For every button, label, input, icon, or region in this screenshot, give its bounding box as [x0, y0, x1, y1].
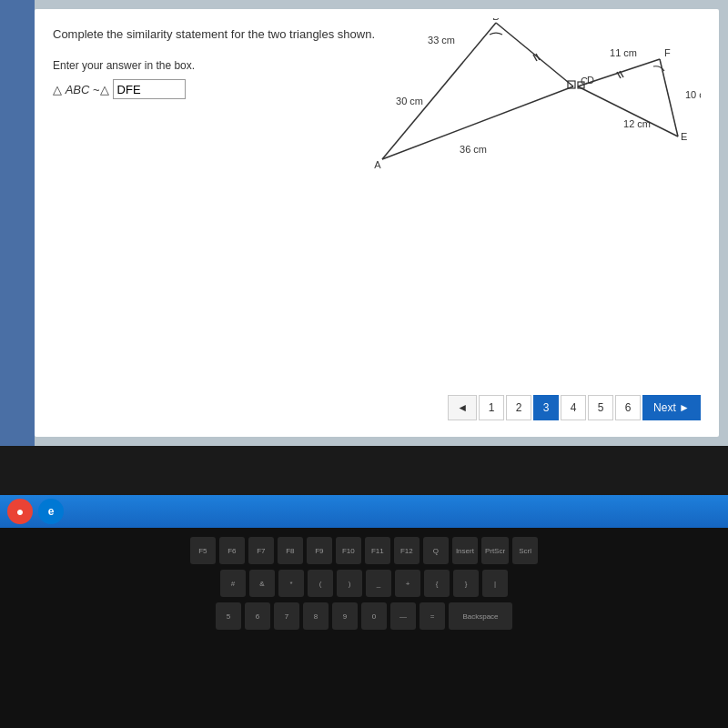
key-open-paren[interactable]: (	[308, 570, 333, 597]
key-8[interactable]: 8	[303, 602, 329, 630]
svg-text:F: F	[664, 47, 671, 58]
svg-line-10	[660, 59, 678, 136]
svg-text:11 cm: 11 cm	[610, 47, 637, 58]
key-6[interactable]: 6	[245, 602, 270, 630]
key-f7[interactable]: F7	[248, 537, 274, 564]
svg-text:D: D	[587, 75, 594, 86]
key-f5[interactable]: F5	[190, 537, 216, 564]
taskbar: ● e	[0, 495, 728, 528]
keyboard-row-3: 5 6 7 8 9 0 — = Backspace	[9, 602, 719, 630]
key-equals[interactable]: =	[420, 602, 445, 630]
key-prtscr[interactable]: PrtScr	[481, 537, 509, 564]
page-3-button[interactable]: 3	[533, 395, 559, 420]
key-plus[interactable]: +	[395, 570, 420, 597]
svg-text:36 cm: 36 cm	[460, 144, 487, 155]
key-7[interactable]: 7	[274, 602, 299, 630]
page-1-button[interactable]: 1	[479, 395, 504, 420]
page-2-button[interactable]: 2	[506, 395, 531, 420]
svg-line-1	[496, 23, 573, 86]
edge-icon[interactable]: e	[38, 499, 64, 524]
keyboard-row-1: F5 F6 F7 F8 F9 F10 F11 F12 Q Insert PrtS…	[9, 537, 719, 564]
key-5[interactable]: 5	[216, 602, 241, 630]
key-pipe[interactable]: |	[482, 570, 508, 597]
page-6-button[interactable]: 6	[615, 395, 641, 420]
prev-page-button[interactable]: ◄	[448, 395, 477, 420]
key-f9[interactable]: F9	[307, 537, 332, 564]
key-f6[interactable]: F6	[219, 537, 245, 564]
key-dash[interactable]: —	[390, 602, 416, 630]
key-f10[interactable]: F10	[336, 537, 361, 564]
pagination: ◄ 1 2 3 4 5 6 Next ►	[448, 395, 701, 420]
key-close-paren[interactable]: )	[337, 570, 362, 597]
left-accent-strip	[0, 0, 35, 446]
diagram-container: B A C 33 cm 30 cm 36 cm D F E 11 cm	[355, 18, 701, 182]
key-0[interactable]: 0	[361, 602, 387, 630]
key-close-brace[interactable]: }	[453, 570, 479, 597]
key-f12[interactable]: F12	[394, 537, 420, 564]
key-insert[interactable]: Insert	[452, 537, 478, 564]
svg-text:12 cm: 12 cm	[623, 118, 651, 129]
key-backspace[interactable]: Backspace	[449, 602, 512, 630]
svg-text:10 cm: 10 cm	[685, 89, 701, 100]
key-9[interactable]: 9	[332, 602, 358, 630]
svg-text:B: B	[492, 18, 499, 22]
triangle-prefix: △ ABC ~△	[53, 83, 109, 96]
content-card: Complete the similarity statement for th…	[35, 9, 719, 437]
key-open-brace[interactable]: {	[424, 570, 450, 597]
keyboard-area: F5 F6 F7 F8 F9 F10 F11 F12 Q Insert PrtS…	[0, 528, 728, 728]
key-f8[interactable]: F8	[278, 537, 303, 564]
answer-input[interactable]: DFE	[113, 79, 186, 99]
key-asterisk[interactable]: *	[278, 570, 304, 597]
geometry-diagram: B A C 33 cm 30 cm 36 cm D F E 11 cm	[355, 18, 701, 177]
keyboard-row-2: # & * ( ) _ + { } |	[9, 570, 719, 597]
key-hash[interactable]: #	[220, 570, 246, 597]
svg-text:33 cm: 33 cm	[428, 35, 455, 46]
svg-text:E: E	[681, 131, 687, 142]
key-ampersand[interactable]: &	[249, 570, 275, 597]
key-scroll[interactable]: Scrl	[512, 537, 538, 564]
page-4-button[interactable]: 4	[561, 395, 586, 420]
page-5-button[interactable]: 5	[588, 395, 613, 420]
key-f11[interactable]: F11	[365, 537, 390, 564]
svg-text:A: A	[374, 159, 381, 170]
key-underscore[interactable]: _	[366, 570, 391, 597]
next-page-button[interactable]: Next ►	[642, 395, 701, 420]
key-q[interactable]: Q	[423, 537, 449, 564]
svg-text:30 cm: 30 cm	[396, 96, 423, 106]
chrome-icon[interactable]: ●	[7, 499, 33, 524]
